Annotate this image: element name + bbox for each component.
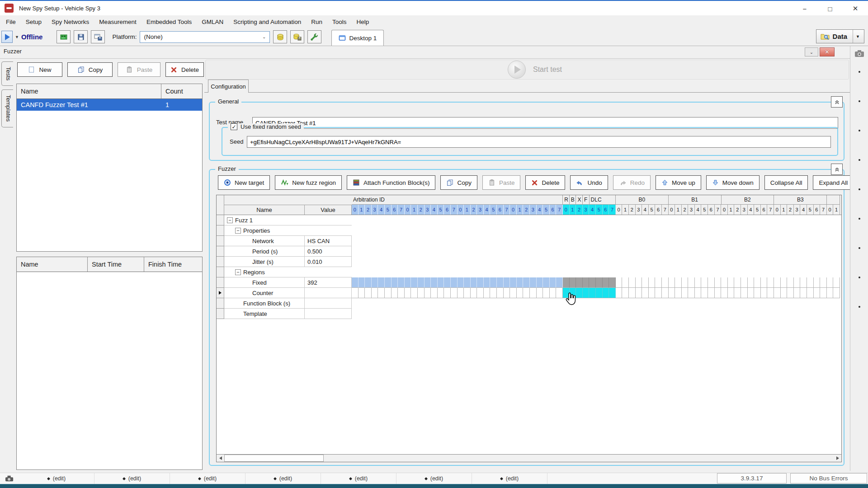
status-edit-segment[interactable]: (edit) [396,473,472,484]
region-bit-cell[interactable] [385,277,392,288]
menu-item-measurement[interactable]: Measurement [94,15,142,28]
region-bit-cell[interactable] [800,277,807,288]
region-bit-cell[interactable] [662,277,669,288]
region-bit-cell[interactable] [484,277,491,288]
region-bit-cell[interactable] [655,288,662,298]
run-dropdown-chevron-icon[interactable]: ▼ [15,35,19,39]
scroll-right-button[interactable] [834,455,841,462]
region-bit-cell[interactable] [662,288,669,298]
region-bit-cell[interactable] [497,288,504,298]
menu-item-tools[interactable]: Tools [327,15,352,28]
region-bit-cell[interactable] [748,288,755,298]
region-bit-cell[interactable] [589,277,596,288]
region-bit-cell[interactable] [794,288,801,298]
region-bit-cell[interactable] [728,277,735,288]
delete-button[interactable]: Delete [165,62,204,77]
region-bit-cell[interactable] [365,288,372,298]
region-bit-cell[interactable] [675,277,682,288]
tab-configuration[interactable]: Configuration [208,80,249,93]
region-bit-cell[interactable] [405,277,411,288]
region-bit-cell[interactable] [352,288,359,298]
scroll-left-button[interactable] [217,455,224,462]
region-bit-cell[interactable] [682,288,689,298]
region-bit-cell[interactable] [616,288,623,298]
status-edit-segment[interactable]: (edit) [94,473,170,484]
region-bit-cell[interactable] [708,288,715,298]
region-bit-cell[interactable] [411,288,418,298]
region-bit-cell[interactable] [701,288,708,298]
save-button[interactable] [74,30,88,43]
database-save-button[interactable] [290,30,304,43]
region-bit-cell[interactable] [708,277,715,288]
region-bit-cell[interactable] [781,277,788,288]
region-bit-cell[interactable] [603,277,609,288]
region-bit-cell[interactable] [688,288,695,298]
region-bit-cell[interactable] [721,288,728,298]
region-bit-cell[interactable] [814,277,821,288]
grid-row-network[interactable]: NetworkHS CAN [217,236,841,246]
region-bit-cell[interactable] [695,277,702,288]
region-bit-cell[interactable] [721,277,728,288]
region-bit-cell[interactable] [352,277,359,288]
move-down-button[interactable]: Move down [706,175,760,190]
grid-row-fuzz-1[interactable]: −Fuzz 1 [217,215,841,225]
region-bit-cell[interactable] [800,288,807,298]
region-bit-cell[interactable] [563,277,570,288]
region-bit-cell[interactable] [444,277,451,288]
region-bit-cell[interactable] [629,277,636,288]
paste-button[interactable]: Paste [118,62,160,77]
status-edit-segment[interactable]: (edit) [245,473,321,484]
region-bit-cell[interactable] [833,277,840,288]
region-bit-cell[interactable] [748,277,755,288]
region-bit-cell[interactable] [543,288,550,298]
region-bit-cell[interactable] [438,288,444,298]
menu-item-file[interactable]: File [1,15,21,28]
collapse-expander-icon[interactable]: − [235,269,241,275]
status-edit-segment[interactable]: (edit) [170,473,245,484]
region-bit-cell[interactable] [655,277,662,288]
horizontal-scrollbar[interactable] [217,454,841,462]
region-bit-cell[interactable] [425,288,431,298]
region-bit-cell[interactable] [523,288,530,298]
region-bit-cell[interactable] [774,288,781,298]
start-test-button[interactable]: Start test [205,60,849,80]
grid-row-template[interactable]: Template [217,309,841,319]
data-button[interactable]: Data ▼ [816,29,864,43]
seed-input[interactable] [247,136,831,148]
region-bit-cell[interactable] [451,277,458,288]
menu-item-run[interactable]: Run [306,15,327,28]
region-bit-cell[interactable] [715,277,722,288]
region-bit-cell[interactable] [622,288,629,298]
region-bit-cell[interactable] [418,288,425,298]
region-bit-cell[interactable] [398,288,405,298]
region-bit-cell[interactable] [438,277,444,288]
grid-row-properties[interactable]: −Properties [217,225,841,236]
platform-select[interactable]: (None) ⌄ [140,31,270,43]
region-bit-cell[interactable] [787,288,794,298]
region-bit-cell[interactable] [695,288,702,298]
value-cell[interactable] [305,288,352,298]
region-bit-cell[interactable] [543,277,550,288]
scrollbar-track[interactable] [324,455,834,462]
region-bit-cell[interactable] [827,288,834,298]
hardware-button[interactable] [57,30,71,43]
region-bit-cell[interactable] [781,288,788,298]
region-bit-cell[interactable] [431,288,438,298]
region-bit-cell[interactable] [761,277,768,288]
region-bit-cell[interactable] [636,277,642,288]
region-bit-cell[interactable] [359,277,365,288]
region-bit-cell[interactable] [827,277,834,288]
region-bit-cell[interactable] [649,288,656,298]
region-bit-cell[interactable] [411,277,418,288]
region-bit-cell[interactable] [550,288,557,298]
grid-row-period-s[interactable]: Period (s)0.500 [217,246,841,257]
save-window-button[interactable] [91,30,105,43]
region-bit-cell[interactable] [636,288,642,298]
maximize-button[interactable]: □ [817,1,843,16]
region-bit-cell[interactable] [484,288,491,298]
new-target-button[interactable]: New target [218,175,270,190]
menu-item-embedded-tools[interactable]: Embedded Tools [142,15,197,28]
column-header-name[interactable]: Name [17,84,161,99]
region-bit-cell[interactable] [444,288,451,298]
region-bit-cell[interactable] [556,277,563,288]
